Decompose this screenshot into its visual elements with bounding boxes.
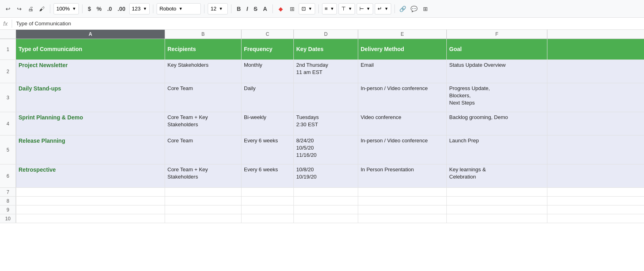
cell-c8[interactable] (242, 197, 294, 205)
align-icon: ≡ (325, 6, 328, 12)
cell-a2[interactable]: Project Newsletter (16, 60, 165, 83)
paint-format-icon[interactable]: 🖌 (37, 4, 47, 14)
print-icon[interactable]: 🖨 (26, 4, 35, 14)
cell-a1[interactable]: Type of Communication (16, 39, 165, 60)
cell-c3[interactable]: Daily (242, 83, 294, 112)
cell-c9[interactable] (242, 205, 294, 214)
cell-a10[interactable] (16, 214, 165, 223)
comment-icon[interactable]: 💬 (409, 4, 419, 14)
cell-d6[interactable]: 10/8/2010/19/20 (294, 164, 358, 187)
col-header-e[interactable]: E (358, 30, 447, 39)
align-select[interactable]: ≡ ▼ (322, 3, 337, 14)
cell-b6[interactable]: Core Team + Key Stakeholders (165, 164, 242, 187)
cell-f2[interactable]: Status Update Overview (447, 60, 547, 83)
col-header-b[interactable]: B (165, 30, 242, 39)
textcolor-button[interactable]: A (261, 3, 269, 14)
cell-e5[interactable]: In-person / Video conference (358, 136, 447, 164)
cell-d7[interactable] (294, 188, 358, 196)
merge-icon: ⊡ (301, 6, 306, 12)
cell-b4[interactable]: Core Team + Key Stakeholders (165, 112, 242, 135)
col-header-f[interactable]: F (447, 30, 547, 39)
cell-b1[interactable]: Recipients (165, 39, 242, 60)
more-icon[interactable]: ⊞ (421, 4, 430, 14)
cell-f10[interactable] (447, 214, 547, 223)
col-header-c[interactable]: C (242, 30, 294, 39)
italic-button[interactable]: I (244, 3, 250, 14)
cell-a5[interactable]: Release Planning (16, 136, 165, 164)
cell-b5[interactable]: Core Team (165, 136, 242, 164)
percent-button[interactable]: % (95, 3, 103, 14)
decimal00-button[interactable]: .00 (116, 3, 127, 14)
col-header-a[interactable]: A (16, 30, 165, 39)
cell-a9[interactable] (16, 205, 165, 214)
cell-e7[interactable] (358, 188, 447, 196)
decimal0-button[interactable]: .0 (105, 3, 114, 14)
zoom-value: 100% (56, 6, 70, 12)
cell-b3[interactable]: Core Team (165, 83, 242, 112)
cell-c2[interactable]: Monthly (242, 60, 294, 83)
cell-b9[interactable] (165, 205, 242, 214)
cell-c5[interactable]: Every 6 weeks (242, 136, 294, 164)
cell-d9[interactable] (294, 205, 358, 214)
link-icon[interactable]: 🔗 (398, 4, 408, 14)
merge-select[interactable]: ⊡ ▼ (299, 3, 315, 14)
rotation-select[interactable]: ⊢ ▼ (357, 3, 373, 14)
cell-e9[interactable] (358, 205, 447, 214)
cell-c6[interactable]: Every 6 weeks (242, 164, 294, 187)
cell-e3[interactable]: In-person / Video conference (358, 83, 447, 112)
zoom-chevron: ▼ (72, 6, 76, 11)
cell-b8[interactable] (165, 197, 242, 205)
cell-b10[interactable] (165, 214, 242, 223)
cell-b7[interactable] (165, 188, 242, 196)
divider-8 (394, 4, 395, 13)
cell-a4[interactable]: Sprint Planning & Demo (16, 112, 165, 135)
wrap-icon: ↵ (378, 6, 382, 12)
cell-e8[interactable] (358, 197, 447, 205)
cell-f8[interactable] (447, 197, 547, 205)
cell-e1[interactable]: Delivery Method (358, 39, 447, 60)
cell-c10[interactable] (242, 214, 294, 223)
cell-f7[interactable] (447, 188, 547, 196)
zoom-select[interactable]: 100% ▼ (54, 3, 79, 14)
cell-f1[interactable]: Goal (447, 39, 547, 60)
valign-select[interactable]: ⊤ ▼ (339, 3, 355, 14)
cell-f4[interactable]: Backlog grooming, Demo (447, 112, 547, 135)
fillcolor-icon[interactable]: ◆ (276, 4, 286, 14)
cell-b2[interactable]: Key Stakeholders (165, 60, 242, 83)
bold-button[interactable]: B (235, 3, 243, 14)
cell-c4[interactable]: Bi-weekly (242, 112, 294, 135)
redo-icon[interactable]: ↪ (14, 4, 24, 14)
cell-d2[interactable]: 2nd Thursday11 am EST (294, 60, 358, 83)
cell-d5[interactable]: 8/24/2010/5/2011/16/20 (294, 136, 358, 164)
col-header-d[interactable]: D (294, 30, 358, 39)
cell-e4[interactable]: Video conference (358, 112, 447, 135)
cell-a7[interactable] (16, 188, 165, 196)
cell-f6[interactable]: Key learnings &Celebration (447, 164, 547, 187)
cell-a8[interactable] (16, 197, 165, 205)
font-select[interactable]: Roboto ▼ (157, 3, 201, 14)
cell-d8[interactable] (294, 197, 358, 205)
strikethrough-button[interactable]: S (252, 3, 259, 14)
fontsize-select[interactable]: 12 ▼ (208, 3, 228, 14)
row-num-7: 7 (0, 188, 16, 196)
cell-f3[interactable]: Progress Update,Blockers,Next Steps (447, 83, 547, 112)
cell-d10[interactable] (294, 214, 358, 223)
cell-e10[interactable] (358, 214, 447, 223)
cell-d4[interactable]: Tuesdays2:30 EST (294, 112, 358, 135)
wrap-select[interactable]: ↵ ▼ (375, 3, 391, 14)
cell-a3[interactable]: Daily Stand-ups (16, 83, 165, 112)
cell-f5[interactable]: Launch Prep (447, 136, 547, 164)
borders-icon[interactable]: ⊞ (287, 4, 297, 14)
cell-c1[interactable]: Frequency (242, 39, 294, 60)
divider-1 (50, 4, 50, 13)
cell-f9[interactable] (447, 205, 547, 214)
cell-d3[interactable] (294, 83, 358, 112)
cell-d1[interactable]: Key Dates (294, 39, 358, 60)
undo-icon[interactable]: ↩ (3, 4, 13, 14)
currency-button[interactable]: $ (86, 3, 93, 14)
cell-c7[interactable] (242, 188, 294, 196)
cell-e2[interactable]: Email (358, 60, 447, 83)
cell-a6[interactable]: Retrospective (16, 164, 165, 187)
cell-e6[interactable]: In Person Presentation (358, 164, 447, 187)
format-select[interactable]: 123 ▼ (129, 3, 150, 14)
